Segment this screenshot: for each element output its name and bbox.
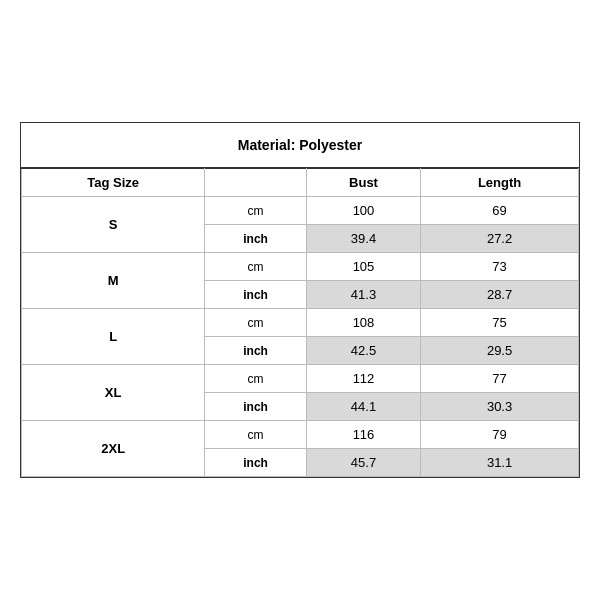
unit-cell-cm: cm — [205, 421, 307, 449]
size-cell: M — [22, 253, 205, 309]
size-cell: 2XL — [22, 421, 205, 477]
table-row: XLcm11277 — [22, 365, 579, 393]
bust-inch-value: 45.7 — [306, 449, 420, 477]
unit-cell-inch: inch — [205, 225, 307, 253]
table-row: Lcm10875 — [22, 309, 579, 337]
bust-inch-value: 44.1 — [306, 393, 420, 421]
chart-title: Material: Polyester — [21, 123, 579, 168]
size-cell: XL — [22, 365, 205, 421]
unit-cell-cm: cm — [205, 365, 307, 393]
length-cm-value: 73 — [421, 253, 579, 281]
bust-cm-value: 116 — [306, 421, 420, 449]
length-cm-value: 75 — [421, 309, 579, 337]
bust-header: Bust — [306, 169, 420, 197]
bust-cm-value: 100 — [306, 197, 420, 225]
unit-cell-cm: cm — [205, 197, 307, 225]
bust-cm-value: 112 — [306, 365, 420, 393]
bust-inch-value: 42.5 — [306, 337, 420, 365]
length-inch-value: 28.7 — [421, 281, 579, 309]
length-inch-value: 31.1 — [421, 449, 579, 477]
table-row: Mcm10573 — [22, 253, 579, 281]
bust-inch-value: 41.3 — [306, 281, 420, 309]
length-cm-value: 77 — [421, 365, 579, 393]
table-row: 2XLcm11679 — [22, 421, 579, 449]
length-inch-value: 27.2 — [421, 225, 579, 253]
length-header: Length — [421, 169, 579, 197]
tag-size-header: Tag Size — [22, 169, 205, 197]
size-table: Tag Size Bust Length Scm10069inch39.427.… — [21, 168, 579, 477]
unit-header — [205, 169, 307, 197]
unit-cell-cm: cm — [205, 309, 307, 337]
length-inch-value: 30.3 — [421, 393, 579, 421]
size-cell: L — [22, 309, 205, 365]
unit-cell-cm: cm — [205, 253, 307, 281]
bust-cm-value: 108 — [306, 309, 420, 337]
unit-cell-inch: inch — [205, 337, 307, 365]
table-header-row: Tag Size Bust Length — [22, 169, 579, 197]
length-inch-value: 29.5 — [421, 337, 579, 365]
table-row: Scm10069 — [22, 197, 579, 225]
unit-cell-inch: inch — [205, 449, 307, 477]
size-cell: S — [22, 197, 205, 253]
unit-cell-inch: inch — [205, 281, 307, 309]
bust-inch-value: 39.4 — [306, 225, 420, 253]
length-cm-value: 79 — [421, 421, 579, 449]
unit-cell-inch: inch — [205, 393, 307, 421]
size-chart-container: Material: Polyester Tag Size Bust Length… — [20, 122, 580, 478]
length-cm-value: 69 — [421, 197, 579, 225]
bust-cm-value: 105 — [306, 253, 420, 281]
